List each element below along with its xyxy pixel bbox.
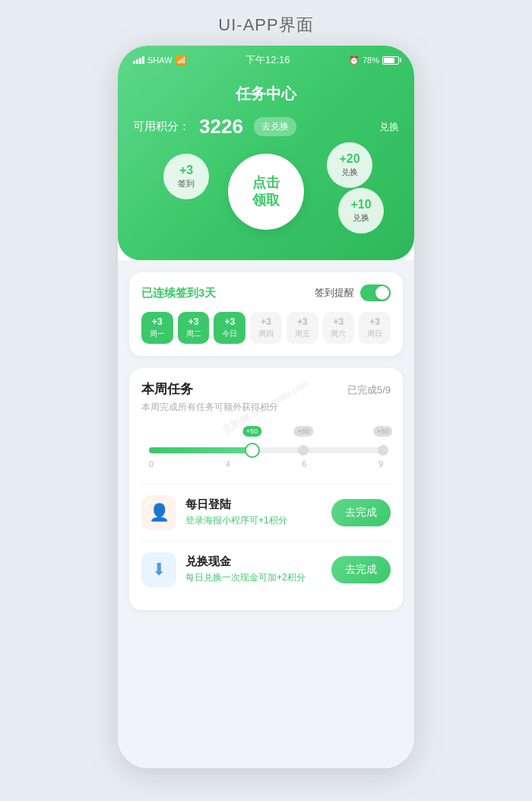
task-title: 本周任务	[141, 380, 193, 398]
checkin-card: 已连续签到3天 签到提醒 +3 周一 +3 周二 +3 今日 +3 周四 +3 …	[129, 272, 403, 356]
task-icon-0: 👤	[141, 495, 176, 530]
progress-fill	[149, 447, 252, 453]
day-pill-周二[interactable]: +3 周二	[178, 312, 210, 344]
day-pill-周六[interactable]: +3 周六	[323, 312, 355, 344]
day-pill-周日[interactable]: +3 周日	[359, 312, 391, 344]
alarm-icon: ⏰	[349, 56, 359, 65]
day-pill-今日[interactable]: +3 今日	[214, 312, 245, 344]
carrier-text: SHAW	[147, 56, 173, 65]
complete-btn-0[interactable]: 去完成	[331, 499, 391, 526]
exchange2-label: 兑换	[353, 212, 369, 224]
circles-area: +3 签到 点击 领取 +20 兑换 +10 兑换	[118, 138, 414, 237]
task-desc-0: 登录海报小程序可+1积分	[185, 514, 331, 527]
progress-track	[149, 447, 383, 453]
reminder-text: 签到提醒	[315, 286, 354, 300]
task-info-0: 每日登陆 登录海报小程序可+1积分	[185, 497, 331, 527]
exchange1-circle[interactable]: +20 兑换	[327, 142, 372, 188]
exchange-label: 兑换	[379, 120, 399, 134]
exchange2-plus: +10	[350, 198, 371, 211]
task-item-1: ⬇ 兑换现金 每日兑换一次现金可加+2积分 去完成	[141, 541, 391, 598]
day-pill-周五[interactable]: +3 周五	[287, 312, 318, 344]
exchange1-plus: +20	[339, 152, 359, 166]
weekly-task-card: 本周任务 已完成5/9 本周完成所有任务可额外获得积分 +50 +50 +50	[129, 368, 403, 610]
milestone-1-label: +50	[242, 426, 261, 437]
task-desc-1: 每日兑换一次现金可加+2积分	[185, 571, 331, 584]
task-icon-1: ⬇	[141, 552, 176, 587]
milestone-dot-3	[378, 445, 388, 456]
checkin-header: 已连续签到3天 签到提醒	[141, 284, 391, 301]
complete-btn-1[interactable]: 去完成	[331, 556, 391, 583]
battery-icon	[382, 56, 399, 65]
header-green: 任务中心 可用积分： 3226 去兑换 兑换 +3 签到 点击 领取	[118, 46, 414, 260]
signal-icon	[133, 56, 144, 64]
task-name-0: 每日登陆	[185, 497, 331, 512]
main-circle-text: 点击 领取	[252, 174, 280, 210]
task-item-0: 👤 每日登陆 登录海报小程序可+1积分 去完成	[141, 484, 391, 541]
task-progress-text: 已完成5/9	[347, 383, 391, 397]
progress-dot	[245, 443, 260, 458]
status-time: 下午12:16	[245, 53, 290, 67]
day-pill-周四[interactable]: +3 周四	[250, 312, 282, 344]
main-circle[interactable]: 点击 领取	[228, 154, 304, 230]
progress-labels: 0 4 6 9	[141, 459, 391, 469]
status-right: ⏰ 78%	[349, 56, 399, 65]
signin-plus: +3	[179, 164, 193, 177]
status-bar: SHAW 📶 下午12:16 ⏰ 78%	[118, 46, 414, 67]
milestone-dot-2	[298, 445, 309, 456]
day-pill-周一[interactable]: +3 周一	[141, 312, 173, 344]
exchange1-label: 兑换	[341, 167, 358, 178]
exchange2-circle[interactable]: +10 兑换	[338, 188, 384, 234]
go-exchange-button[interactable]: 去兑换	[254, 117, 296, 136]
signin-label: 签到	[178, 178, 195, 189]
task-header: 本周任务 已完成5/9	[141, 380, 391, 398]
progress-track-wrap: +50 +50 +50 0 4	[141, 426, 391, 469]
points-label: 可用积分：	[133, 119, 190, 134]
page-title: UI-APP界面	[218, 14, 313, 37]
days-row: +3 周一 +3 周二 +3 今日 +3 周四 +3 周五 +3 周六 +3 周…	[141, 312, 391, 344]
task-subtitle: 本周完成所有任务可额外获得积分	[141, 401, 391, 414]
task-info-1: 兑换现金 每日兑换一次现金可加+2积分	[185, 555, 331, 584]
milestone-3-label: +50	[373, 426, 392, 437]
main-content: 已连续签到3天 签到提醒 +3 周一 +3 周二 +3 今日 +3 周四 +3 …	[118, 260, 414, 768]
milestone-2-label: +50	[294, 426, 313, 437]
task-name-1: 兑换现金	[185, 555, 331, 569]
points-value: 3226	[199, 115, 243, 138]
wifi-icon: 📶	[176, 55, 187, 65]
checkin-streak: 已连续签到3天	[141, 286, 216, 300]
points-row: 可用积分： 3226 去兑换 兑换	[118, 115, 414, 138]
signin-circle[interactable]: +3 签到	[163, 154, 209, 199]
phone-frame: SHAW 📶 下午12:16 ⏰ 78% 任务中心 可用积分： 3226 去兑换…	[118, 46, 414, 768]
task-list: 👤 每日登陆 登录海报小程序可+1积分 去完成 ⬇ 兑换现金 每日兑换一次现金可…	[141, 484, 391, 598]
reminder-toggle[interactable]	[360, 284, 391, 301]
battery-percent: 78%	[363, 56, 379, 65]
header-title: 任务中心	[118, 84, 414, 104]
status-left: SHAW 📶	[133, 55, 187, 65]
reminder-row: 签到提醒	[315, 284, 391, 301]
